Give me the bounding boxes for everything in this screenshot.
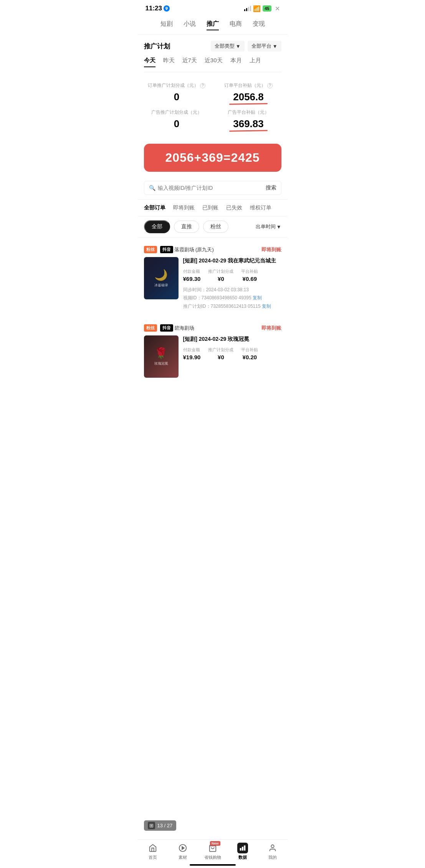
sort-button[interactable]: 出单时间 ▼: [256, 223, 281, 230]
pay-label-2: 付款金额: [183, 347, 201, 353]
commission-value-2: ¥0: [208, 354, 233, 360]
period-tab-30days[interactable]: 近30天: [205, 57, 223, 67]
commission-stat-2: 推广计划分成 ¥0: [208, 347, 233, 360]
play-icon: [177, 843, 188, 853]
svg-rect-3: [244, 846, 245, 850]
fans-tag: 粉丝: [144, 246, 157, 253]
nav-item-monetize[interactable]: 变现: [253, 20, 265, 30]
card-header-1: 粉丝 抖音 落霞剧场 (原九天) 即将到账: [144, 246, 281, 253]
filter-fans-chip[interactable]: 粉丝: [203, 221, 228, 233]
pay-value: ¥69.30: [183, 276, 201, 282]
filter-type-button[interactable]: 全部类型 ▼: [211, 41, 245, 51]
status-time: 11:23: [146, 5, 170, 12]
order-card-2: 粉丝 抖音 碧海剧场 即将到账 🌹 玫瑰冠冕 [短剧] 2024-02-29 玫…: [138, 319, 288, 383]
period-tab-lastmonth[interactable]: 上月: [250, 57, 261, 67]
commission-label: 推广计划分成: [208, 269, 233, 274]
order-tab-arrived[interactable]: 已到账: [202, 204, 218, 211]
stat-order-subsidy: 订单平台补贴（元） ? 2056.8: [216, 82, 281, 103]
pay-amount-stat-2: 付款金额 ¥19.90: [183, 347, 201, 360]
svg-point-6: [271, 845, 274, 848]
card-content-1: 🌙 冰鉴秘录 [短剧] 2024-02-29 我在寒武纪元当城主 付款金额 ¥6…: [144, 257, 281, 310]
user-icon: [267, 843, 278, 853]
nav-item-shorts[interactable]: 短剧: [160, 20, 173, 30]
subsidy-value: ¥0.69: [241, 276, 258, 282]
pay-value-2: ¥19.90: [183, 354, 201, 360]
nav-home[interactable]: 首页: [138, 843, 168, 860]
nav-shopping[interactable]: New 省钱购物: [198, 843, 228, 860]
bottom-navigation: ⊞ 13 / 27 首页 素材 New 省钱: [138, 839, 288, 868]
filter-platform-label: 全部平台: [251, 43, 271, 50]
subsidy-value-2: ¥0.20: [241, 354, 258, 360]
period-tab-today[interactable]: 今天: [144, 57, 155, 67]
promo-banner: 2056+369=2425: [144, 144, 281, 172]
stat-ad-commission-label: 广告推广计划分成（元）: [144, 109, 210, 116]
commission-label-2: 推广计划分成: [208, 347, 233, 353]
nav-item-novel[interactable]: 小说: [184, 20, 196, 30]
bar-chart-icon: [237, 843, 248, 853]
nav-profile[interactable]: 我的: [258, 843, 288, 860]
nav-shopping-label: 省钱购物: [204, 855, 221, 860]
svg-marker-1: [182, 846, 184, 849]
platform-tag: 抖音 落霞剧场 (原九天): [160, 246, 214, 253]
stat-order-commission-label: 订单推广计划分成（元） ?: [144, 82, 210, 89]
filter-direct-chip[interactable]: 直推: [174, 221, 199, 233]
stat-ad-commission: 广告推广计划分成（元） 0: [144, 109, 210, 130]
top-navigation: 短剧 小说 推广 电商 变现: [138, 15, 288, 35]
nav-materials-label: 素材: [179, 855, 187, 860]
nav-materials[interactable]: 素材: [168, 843, 198, 860]
stat-order-commission: 订单推广计划分成（元） ? 0: [144, 82, 210, 103]
filter-platform-button[interactable]: 全部平台 ▼: [248, 41, 281, 51]
sync-time: 同步时间：2024-03-02 03:38:13: [183, 286, 281, 294]
card-details-1: [短剧] 2024-02-29 我在寒武纪元当城主 付款金额 ¥69.30 推广…: [183, 257, 281, 310]
nav-item-ecommerce[interactable]: 电商: [230, 20, 242, 30]
subsidy-label-2: 平台补贴: [241, 347, 258, 353]
order-tabs: 全部订单 即将到账 已到账 已失效 维权订单: [138, 199, 288, 216]
search-button[interactable]: 搜索: [266, 184, 276, 191]
stat-order-commission-value: 0: [144, 91, 210, 103]
chevron-down-icon: ▼: [276, 224, 281, 230]
wifi-icon: 📶: [253, 5, 261, 12]
order-card-1: 粉丝 抖音 落霞剧场 (原九天) 即将到账 🌙 冰鉴秘录 [短剧] 2024-0…: [138, 241, 288, 316]
subsidy-stat: 平台补贴 ¥0.69: [241, 269, 258, 282]
order-tab-dispute[interactable]: 维权订单: [250, 204, 271, 211]
slide-counter: ⊞ 13 / 27: [144, 820, 177, 831]
home-indicator: [190, 864, 236, 866]
stat-order-subsidy-label: 订单平台补贴（元） ?: [216, 82, 281, 89]
location-icon: [164, 5, 170, 12]
status-bar: 11:23 📶 45 ✕: [138, 0, 288, 15]
close-icon[interactable]: ✕: [275, 5, 280, 12]
nav-item-promote[interactable]: 推广: [207, 20, 219, 30]
header-section: 推广计划 全部类型 ▼ 全部平台 ▼ 今天 昨天 近7天 近30天 本月 上月: [138, 35, 288, 139]
order-tab-expired[interactable]: 已失效: [226, 204, 242, 211]
subsidy-label: 平台补贴: [241, 269, 258, 274]
card-title-1: [短剧] 2024-02-29 我在寒武纪元当城主: [183, 257, 281, 265]
shop-name-2: 碧海剧场: [174, 325, 194, 332]
card-meta-1: 同步时间：2024-03-02 03:38:13 视频ID：7340869349…: [183, 286, 281, 311]
period-tab-7days[interactable]: 近7天: [182, 57, 197, 67]
card-title-2: [短剧] 2024-02-29 玫瑰冠冕: [183, 335, 281, 343]
nav-home-label: 首页: [149, 855, 157, 860]
card-image-1: 🌙 冰鉴秘录: [144, 257, 179, 299]
help-icon-2[interactable]: ?: [267, 83, 273, 88]
search-icon: 🔍: [149, 185, 155, 191]
new-badge: New: [210, 841, 220, 846]
campaign-id-row: 推广计划ID：73285583612413 05115 复制: [183, 302, 281, 311]
stat-ad-commission-value: 0: [144, 118, 210, 130]
order-tab-arriving[interactable]: 即将到账: [173, 204, 195, 211]
copy-campaign-id[interactable]: 复制: [262, 304, 271, 309]
filter-all-chip[interactable]: 全部: [144, 220, 170, 233]
card-image-placeholder: 🌙 冰鉴秘录: [144, 257, 179, 299]
nav-data[interactable]: 数据: [228, 843, 258, 860]
svg-rect-4: [242, 847, 243, 850]
search-input[interactable]: [158, 185, 242, 191]
chevron-down-icon: ▼: [236, 43, 241, 49]
help-icon[interactable]: ?: [200, 83, 205, 88]
order-tab-all[interactable]: 全部订单: [144, 204, 165, 211]
commission-stat: 推广计划分成 ¥0: [208, 269, 233, 282]
copy-video-id[interactable]: 复制: [253, 295, 262, 300]
video-id-row: 视频ID：73408693498650 49395 复制: [183, 294, 281, 302]
status-icons: 📶 45 ✕: [244, 5, 279, 12]
period-tab-yesterday[interactable]: 昨天: [163, 57, 175, 67]
pay-amount-stat: 付款金额 ¥69.30: [183, 269, 201, 282]
period-tab-thismonth[interactable]: 本月: [230, 57, 242, 67]
